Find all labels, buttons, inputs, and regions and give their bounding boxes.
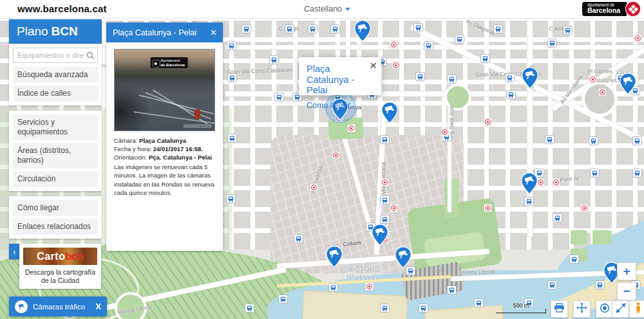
traffic-incident-icon — [598, 88, 607, 96]
print-button[interactable] — [551, 300, 568, 318]
sidebar-search-panel: Búsqueda avanzadaÍndice de calles — [9, 44, 102, 105]
bus-transit-icon — [227, 41, 236, 50]
traffic-camera-pin[interactable] — [326, 246, 343, 268]
sidebar-collapse-button[interactable]: ‹ — [9, 244, 20, 259]
bus-transit-icon — [545, 135, 554, 144]
toast-label: Cámaras tráfico — [33, 303, 85, 311]
traffic-incident-icon — [332, 151, 340, 160]
bus-transit-icon — [245, 304, 254, 313]
map-scale: 500 m — [496, 302, 546, 313]
bus-transit-icon — [227, 73, 237, 82]
map-placa-glories — [582, 81, 618, 117]
sidebar-item-c-mo-llegar[interactable]: Cómo llegar — [13, 200, 98, 216]
traffic-camera-pin[interactable] — [522, 67, 538, 89]
traffic-incident-icon — [381, 178, 389, 187]
bus-transit-icon — [415, 72, 425, 81]
ajuntament-logo[interactable]: Ajuntament de Barcelona — [582, 1, 641, 17]
carto-panel[interactable]: Cartobcn Descarga la cartografía de la C… — [19, 244, 101, 289]
sidebar-item-reas-distritos-barrios[interactable]: Áreas (distritos, barrios) — [13, 143, 98, 169]
center-map-icon — [576, 302, 587, 316]
close-icon[interactable]: × — [211, 28, 216, 38]
sidebar-item-b-squeda-avanzada[interactable]: Búsqueda avanzada — [13, 67, 98, 83]
traffic-incident-icon — [390, 41, 398, 49]
traffic-camera-pin[interactable] — [521, 172, 538, 194]
como-llegar-link[interactable]: Cómo llegar — [307, 101, 374, 110]
bus-transit-icon — [447, 286, 457, 295]
traffic-incident-icon — [365, 282, 374, 291]
barcelona-emblem-icon — [625, 1, 641, 17]
traffic-incident-icon — [552, 178, 560, 187]
sidebar-item-enlaces-relacionados[interactable]: Enlaces relacionados — [13, 219, 98, 235]
sidebar-title: PlanoBCN — [9, 19, 102, 44]
sidebar-item-servicios-y-equipamientos[interactable]: Servicios y equipamientos — [13, 114, 98, 140]
center-map-button[interactable] — [573, 300, 591, 318]
bus-transit-icon — [632, 169, 642, 178]
image-watermark: Ajuntament de Barcelona — [150, 57, 188, 68]
bus-transit-icon — [308, 24, 317, 33]
map-green-block — [444, 179, 459, 217]
zoom-out-button[interactable]: − — [617, 282, 636, 300]
camaras-trafico-toast: Cámaras tráfico X — [9, 296, 107, 316]
map-popup: Plaça Catalunya - Pelai Cómo llegar × — [299, 57, 381, 95]
traffic-incident-icon — [392, 61, 400, 69]
bus-transit-icon — [505, 73, 515, 82]
bus-transit-icon — [569, 255, 579, 264]
top-bar: www.barcelona.cat Castellano Ajuntament … — [0, 0, 644, 19]
language-selector[interactable]: Castellano — [304, 5, 350, 14]
bus-transit-icon — [506, 90, 516, 99]
bus-transit-icon — [274, 93, 284, 102]
traffic-incident-icon — [310, 183, 318, 192]
bus-transit-icon — [419, 304, 428, 313]
search-input[interactable] — [13, 48, 98, 63]
bus-transit-icon — [547, 280, 557, 289]
bus-transit-icon — [328, 283, 338, 292]
print-icon — [554, 303, 565, 315]
bus-transit-icon — [590, 169, 600, 178]
bus-transit-icon — [447, 75, 457, 84]
zoom-in-button[interactable]: + — [617, 262, 636, 280]
bus-transit-icon — [227, 134, 237, 143]
sidebar-item-circulaci-n[interactable]: Circulación — [13, 171, 98, 187]
close-icon[interactable]: × — [370, 59, 377, 73]
cartobcn-banner[interactable]: Cartobcn — [23, 248, 97, 265]
measure-button[interactable] — [612, 300, 629, 318]
traffic-incident-icon — [390, 204, 398, 212]
bus-transit-icon — [480, 54, 490, 63]
bus-transit-icon — [380, 135, 390, 144]
bus-transit-icon — [493, 24, 503, 33]
camera-panel-title: Plaça Catalunya - Pelai — [113, 28, 196, 37]
traffic-incident-icon — [347, 124, 355, 132]
locate-icon — [600, 303, 610, 316]
measure-icon — [616, 303, 626, 316]
carto-caption: Descarga la cartografía de la Ciudad — [23, 268, 97, 285]
locate-button[interactable] — [596, 300, 613, 318]
map-green-block — [592, 230, 612, 244]
bus-transit-icon — [242, 24, 251, 33]
traffic-incident-icon — [440, 128, 449, 136]
site-title[interactable]: www.barcelona.cat — [17, 3, 107, 14]
bus-transit-icon — [380, 215, 390, 224]
bus-transit-icon — [563, 26, 573, 35]
sidebar-panel: Cómo llegarEnlaces relacionados — [9, 196, 102, 239]
bus-in-image — [194, 109, 200, 119]
bus-transit-icon — [547, 39, 557, 48]
search-icon — [86, 51, 95, 62]
traffic-camera-pin[interactable] — [372, 224, 388, 246]
close-icon[interactable]: X — [95, 302, 101, 311]
traffic-incident-icon — [484, 204, 492, 212]
bus-transit-icon — [380, 196, 390, 205]
camera-panel-header: Plaça Catalunya - Pelai × — [106, 23, 223, 42]
traffic-camera-pin[interactable] — [395, 246, 412, 268]
camera-info: Cámara: Plaça Catalunya Fecha y hora: 24… — [114, 136, 215, 161]
traffic-camera-pin[interactable] — [381, 102, 398, 123]
street-view-icon — [635, 302, 641, 316]
sidebar-item-ndice-de-calles[interactable]: Índice de calles — [13, 86, 98, 102]
street-view-button[interactable] — [629, 300, 644, 318]
traffic-camera-pin[interactable] — [354, 20, 371, 42]
bus-transit-icon — [474, 298, 484, 307]
map-popup-title: Plaça Catalunya - Pelai — [307, 64, 374, 96]
bus-transit-icon — [285, 24, 294, 33]
traffic-incident-icon — [580, 204, 589, 212]
image-timestamp-overlay — [184, 124, 212, 128]
traffic-camera-pin[interactable] — [620, 73, 636, 95]
